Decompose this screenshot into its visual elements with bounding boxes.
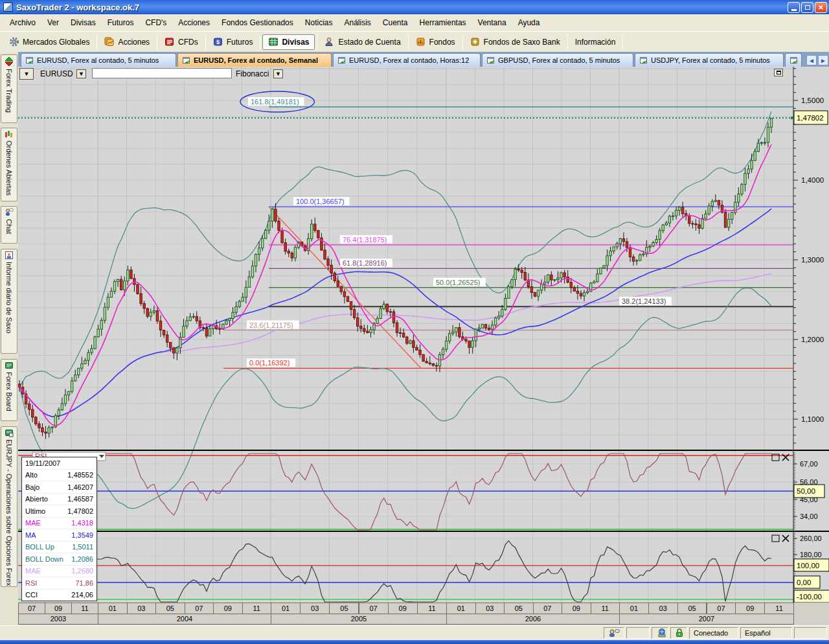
toolbar-label-fondos: Fondos <box>429 38 455 47</box>
tab-scroll-left-icon[interactable]: ◄ <box>806 55 817 65</box>
left-sidebar: Forex TradingOrdenes AbiertasChatInforme… <box>0 53 18 625</box>
sidebar-item-chat[interactable]: Chat <box>1 206 17 244</box>
futures-icon: $ <box>213 37 223 47</box>
menu-item-divisas[interactable]: Divisas <box>65 16 102 29</box>
month-cell-2007-03: 03 <box>648 603 678 614</box>
tooltip-row-label: Bajo <box>25 483 40 491</box>
tab-label: EURUSD, Forex al contado, Semanal <box>194 56 318 64</box>
menu-item-herramientas[interactable]: Herramientas <box>414 16 472 29</box>
tab-scroll-right-icon[interactable]: ► <box>818 55 828 65</box>
chart-menu-button[interactable]: ▼ <box>19 68 34 80</box>
tooltip-row-value: 1,48552 <box>67 471 93 479</box>
toolbar-button-fondos-de-saxo-bank[interactable]: Fondos de Saxo Bank <box>465 34 565 50</box>
search-input[interactable] <box>92 68 232 78</box>
svg-text:38.2(1,24133): 38.2(1,24133) <box>622 297 666 305</box>
study-dropdown-button[interactable]: ▼ <box>273 69 283 78</box>
toolbar-button-cfds[interactable]: CFDs <box>159 34 203 50</box>
tab-usdjpy-forex-al-contado-5-minutos[interactable]: USDJPY, Forex al contado, 5 minutos <box>635 53 784 67</box>
tab-partial[interactable] <box>785 53 802 67</box>
tooltip-row-bajo: Bajo1,46207 <box>22 481 97 493</box>
minimize-button[interactable] <box>788 2 800 13</box>
chart-maximize-button[interactable] <box>774 69 783 76</box>
tooltip-row-value: 1,46207 <box>67 483 93 491</box>
sidebar-item-eurjpy-operaciones-sobre-opciones-forex[interactable]: EURJPY - Operaciones sobre Opciones Fore… <box>1 426 17 587</box>
symbol-label: EURUSD <box>40 69 73 78</box>
close-button[interactable]: ✕ <box>815 2 827 13</box>
menu-item-futuros[interactable]: Futuros <box>102 16 140 29</box>
window-bottom-border <box>0 640 829 644</box>
menu-item-cfd-s[interactable]: CFD's <box>139 16 172 29</box>
tooltip-date: 19/11/2007 <box>22 457 97 469</box>
saxo-funds-icon <box>470 37 481 47</box>
tooltip-row-label: CCI <box>25 591 38 599</box>
year-cell-2003: 2003 <box>18 614 98 625</box>
tooltip-row-value: 1,46587 <box>67 495 93 503</box>
toolbar-button-acciones[interactable]: Acciones <box>99 34 155 50</box>
tooltip-row-ma: MA1,3549 <box>22 529 97 541</box>
sidebar-item-informe-diario-de-saxo[interactable]: Informe diario de Saxo <box>1 249 17 354</box>
network-status[interactable] <box>652 627 668 639</box>
stocks-icon <box>104 37 115 47</box>
sidebar-item-label: Forex Trading <box>5 69 13 113</box>
month-cell-2007-07: 07 <box>707 603 736 614</box>
svg-text:100.0(1,36657): 100.0(1,36657) <box>296 198 345 205</box>
toolbar-button-futuros[interactable]: $Futuros <box>208 34 258 50</box>
month-cell-2004-07: 07 <box>185 603 214 614</box>
tab-eurusd-forex-al-contado-semanal[interactable]: EURUSD, Forex al contado, Semanal <box>177 53 332 67</box>
toolbar-label-fondos-de-saxo-bank: Fondos de Saxo Bank <box>484 38 560 47</box>
restore-button[interactable] <box>801 2 813 13</box>
user-chat-status[interactable] <box>604 627 624 639</box>
month-cell-2007-11: 11 <box>764 603 794 614</box>
tooltip-row-label: MA <box>25 531 36 539</box>
toolbar-label-futuros: Futuros <box>227 38 253 47</box>
chart-data-tooltip: 19/11/2007 Alto1,48552Bajo1,46207Abierto… <box>21 457 97 601</box>
account-icon <box>324 37 335 47</box>
sidebar-item-forex-trading[interactable]: Forex Trading <box>1 54 17 123</box>
menu-item-ayuda[interactable]: Ayuda <box>512 16 546 29</box>
toolbar-button-divisas[interactable]: Divisas <box>262 34 315 50</box>
menu-item-acciones[interactable]: Acciones <box>172 16 216 29</box>
svg-text:1,1000: 1,1000 <box>801 415 824 423</box>
toolbar-button-estado-de-cuenta[interactable]: Estado de Cuenta <box>319 34 405 50</box>
menu-item-ver[interactable]: Ver <box>41 16 65 29</box>
month-cell-2006-09: 09 <box>562 603 591 614</box>
language-indicator[interactable]: Español <box>740 627 792 639</box>
toolbar-button-mercados-globales[interactable]: Mercados Globales <box>4 34 95 50</box>
sidebar-item-ordenes-abiertas[interactable]: Ordenes Abiertas <box>1 128 17 201</box>
svg-text:50,00: 50,00 <box>797 487 815 495</box>
month-cell-2004-05: 05 <box>155 603 185 614</box>
tab-eurusd-forex-al-contado-horas-12[interactable]: EURUSD, Forex al contado, Horas:12 <box>333 53 481 67</box>
tooltip-row-value: 1,2086 <box>71 555 93 563</box>
year-cell-2005: 2005 <box>271 614 447 625</box>
tooltip-row-label: Alto <box>25 471 38 479</box>
tooltip-row-value: 71,86 <box>75 579 93 587</box>
secure-connection-status[interactable] <box>670 627 687 639</box>
menu-item-noticias[interactable]: Noticias <box>299 16 339 29</box>
tab-gbpusd-forex-al-contado-5-minutos[interactable]: GBPUSD, Forex al contado, 5 minutos <box>482 53 633 67</box>
menu-item-an-lisis[interactable]: Análisis <box>338 16 376 29</box>
tooltip-row-label: MAE <box>25 567 41 575</box>
tooltip-row-label: Abierto <box>25 495 48 503</box>
menu-item-cuenta[interactable]: Cuenta <box>377 16 414 29</box>
chart-canvas[interactable]: 161.8(1,49181)100.0(1,36657)76.4(1,31875… <box>18 67 829 603</box>
symbol-dropdown-button[interactable]: ▼ <box>76 69 86 78</box>
month-cell-2007-01: 01 <box>619 603 649 614</box>
tooltip-row-abierto: Abierto1,46587 <box>22 493 97 505</box>
menu-item-ventana[interactable]: Ventana <box>472 16 512 29</box>
toolbar-button-informaci-n[interactable]: Información <box>570 34 621 50</box>
menu-item-archivo[interactable]: Archivo <box>4 16 41 29</box>
svg-text:76.4(1,31875): 76.4(1,31875) <box>343 236 387 244</box>
tooltip-row-value: 214,06 <box>71 591 93 599</box>
app-icon <box>3 3 13 12</box>
status-empty-cell <box>626 627 650 639</box>
toolbar-button-fondos[interactable]: Fondos <box>411 34 460 50</box>
sidebar-item-forex-board[interactable]: Forex Board <box>1 359 17 421</box>
tab-eurusd-forex-al-contado-5-minutos[interactable]: EURUSD, Forex al contado, 5 minutos <box>21 53 176 67</box>
year-cell-2006: 2006 <box>446 614 620 625</box>
month-cell-2006-03: 03 <box>475 603 505 614</box>
menu-item-fondos-gestionados[interactable]: Fondos Gestionados <box>216 16 299 29</box>
month-cell-2006-05: 05 <box>504 603 534 614</box>
report-icon <box>5 251 14 260</box>
window-title: SaxoTrader 2 - workspace.ok.7 <box>16 3 786 12</box>
up-down-arrows-icon <box>5 56 14 67</box>
